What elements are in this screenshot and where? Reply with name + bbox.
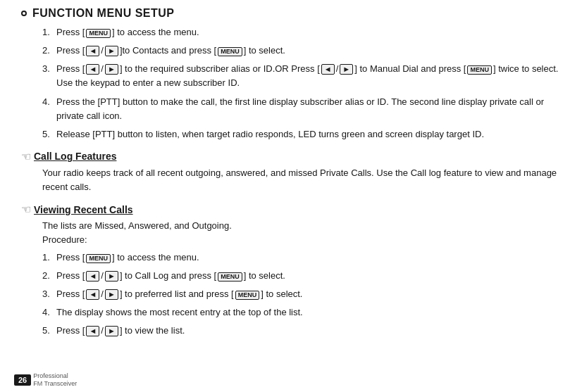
right-btn-vrc5: ►	[105, 326, 118, 336]
step-3-num: 3.	[42, 62, 56, 76]
step-1-num: 1.	[42, 25, 56, 39]
step-1: 1. Press [MENU] to access the menu.	[42, 25, 561, 39]
vrc-step-5-content: Press [◄/►] to view the list.	[56, 324, 185, 338]
bullet-icon	[21, 11, 27, 16]
wave-icon-viewing: ☜	[21, 203, 31, 216]
page-footer: 26 Professional FM Transceiver	[0, 372, 582, 388]
left-btn-vrc2: ◄	[86, 271, 99, 282]
right-btn-s3b: ►	[340, 64, 353, 75]
call-log-section: ☜ Call Log Features Your radio keeps tra…	[21, 150, 561, 194]
footer-text: Professional FM Transceiver	[33, 372, 77, 388]
step-1-content: Press [MENU] to access the menu.	[56, 25, 199, 39]
page-number: 26	[14, 374, 31, 386]
vrc-step-4-num: 4.	[42, 305, 56, 320]
left-btn-s3a: ◄	[86, 64, 99, 75]
menu-btn-s2: MENU	[218, 47, 242, 56]
menu-btn-vrc1: MENU	[86, 254, 111, 263]
function-menu-steps: 1. Press [MENU] to access the menu. 2. P…	[42, 25, 561, 141]
vrc-step-3-num: 3.	[42, 287, 56, 301]
page: FUNCTION MENU SETUP 1. Press [MENU] to a…	[0, 0, 582, 392]
vrc-step-4-content: The display shows the most recent entry …	[56, 305, 303, 320]
main-title: FUNCTION MENU SETUP	[32, 7, 175, 20]
menu-btn-vrc2: MENU	[218, 272, 242, 282]
footer-line2: FM Transceiver	[33, 380, 77, 388]
left-btn-s2: ◄	[86, 46, 99, 56]
vrc-step-1: 1. Press [MENU] to access the menu.	[42, 251, 561, 265]
wave-icon-calllog: ☜	[21, 150, 31, 163]
viewing-calls-title: Viewing Recent Calls	[34, 204, 133, 215]
right-btn-s3a: ►	[105, 64, 118, 75]
left-btn-s3b: ◄	[321, 64, 335, 75]
step-3-content: Press [◄/►] to the required subscriber a…	[56, 62, 561, 90]
step-4: 4. Press the [PTT] button to make the ca…	[42, 95, 561, 123]
intro-line2: Procedure:	[42, 233, 561, 247]
left-btn-vrc3: ◄	[86, 289, 99, 300]
right-btn-vrc2: ►	[105, 271, 118, 282]
viewing-recent-calls-section: ☜ Viewing Recent Calls The lists are Mis…	[21, 203, 561, 338]
step-3: 3. Press [◄/►] to the required subscribe…	[42, 62, 561, 90]
step-5: 5. Release [PTT] button to listen, when …	[42, 127, 561, 141]
function-menu-header: FUNCTION MENU SETUP	[21, 7, 561, 20]
right-btn-s2: ►	[105, 46, 118, 56]
step-2: 2. Press [◄/►]to Contacts and press [MEN…	[42, 44, 561, 58]
footer-line1: Professional	[33, 372, 77, 380]
step-5-num: 5.	[42, 127, 56, 141]
menu-btn-s3: MENU	[467, 65, 492, 75]
vrc-step-2-num: 2.	[42, 269, 56, 283]
vrc-step-1-content: Press [MENU] to access the menu.	[56, 251, 199, 265]
step-2-content: Press [◄/►]to Contacts and press [MENU] …	[56, 44, 285, 58]
menu-btn-s1: MENU	[86, 29, 111, 38]
vrc-step-4: 4. The display shows the most recent ent…	[42, 305, 561, 320]
step-5-content: Release [PTT] button to listen, when tar…	[56, 127, 484, 141]
call-log-header: ☜ Call Log Features	[21, 150, 561, 163]
vrc-step-3: 3. Press [◄/►] to preferred list and pre…	[42, 287, 561, 301]
vrc-step-3-content: Press [◄/►] to preferred list and press …	[56, 287, 302, 301]
vrc-step-2-content: Press [◄/►] to Call Log and press [MENU]…	[56, 269, 285, 283]
right-btn-vrc3: ►	[105, 289, 118, 300]
viewing-calls-header: ☜ Viewing Recent Calls	[21, 203, 561, 216]
left-btn-vrc5: ◄	[86, 326, 99, 336]
call-log-body: Your radio keeps track of all recent out…	[42, 166, 561, 194]
vrc-step-1-num: 1.	[42, 251, 56, 265]
call-log-title: Call Log Features	[34, 151, 116, 162]
vrc-step-2: 2. Press [◄/►] to Call Log and press [ME…	[42, 269, 561, 283]
intro-line1: The lists are Missed, Answered, and Outg…	[42, 219, 561, 233]
step-4-content: Press the [PTT] button to make the call,…	[56, 95, 561, 123]
step-4-num: 4.	[42, 95, 56, 109]
viewing-calls-body: The lists are Missed, Answered, and Outg…	[42, 219, 561, 338]
vrc-step-5-num: 5.	[42, 324, 56, 338]
vrc-step-5: 5. Press [◄/►] to view the list.	[42, 324, 561, 338]
viewing-steps: 1. Press [MENU] to access the menu. 2. P…	[42, 251, 561, 339]
menu-btn-vrc3: MENU	[235, 291, 260, 300]
step-2-num: 2.	[42, 44, 56, 58]
